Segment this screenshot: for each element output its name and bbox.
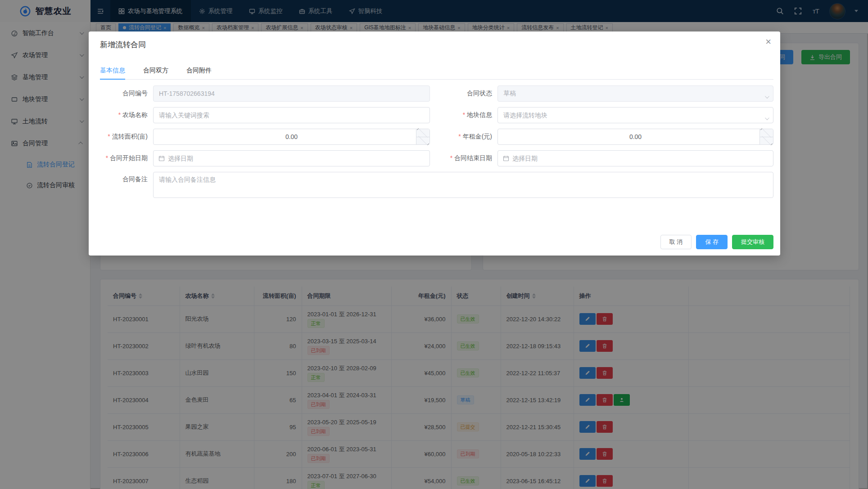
dialog-footer: 取 消 保 存 提交审核 (660, 235, 773, 249)
transfer-area-label: 流转面积(亩) (100, 133, 153, 141)
end-date-input[interactable] (509, 151, 773, 166)
tab-basic-info[interactable]: 基本信息 (100, 67, 125, 79)
farm-name-label: 农场名称 (100, 111, 153, 119)
transfer-area-stepper[interactable] (153, 129, 430, 145)
contract-no-input (154, 86, 429, 101)
annual-rent-input[interactable] (498, 129, 773, 144)
decrease-icon[interactable] (416, 137, 429, 145)
contract-form: 合同编号 合同状态 农场名称 地块信息 (100, 85, 773, 203)
farm-name-field[interactable] (153, 107, 430, 123)
chevron-down-icon (765, 92, 768, 100)
number-spinner (760, 129, 773, 144)
cancel-button[interactable]: 取 消 (660, 235, 692, 249)
contract-status-label: 合同状态 (430, 90, 497, 98)
contract-status-select (497, 85, 773, 102)
remark-label: 合同备注 (100, 172, 153, 184)
annual-rent-stepper[interactable] (497, 129, 773, 145)
decrease-icon[interactable] (760, 137, 773, 145)
contract-status-value (498, 86, 773, 101)
start-date-input[interactable] (165, 151, 429, 166)
dialog-title: 新增流转合同 (100, 40, 146, 50)
chevron-down-icon (765, 114, 768, 122)
contract-no-label: 合同编号 (100, 90, 153, 98)
calendar-icon (503, 155, 509, 162)
plot-info-select[interactable] (497, 107, 773, 123)
annual-rent-label: 年租金(元) (430, 133, 497, 141)
calendar-icon (158, 155, 165, 162)
end-date-label: 合同结束日期 (430, 154, 497, 162)
dialog-tabs: 基本信息 合同双方 合同附件 (100, 67, 773, 80)
close-icon[interactable]: × (765, 37, 771, 47)
app-window: 智慧农业 农场与基地管理系统 系统管理 系统监控 系统工具 (0, 0, 868, 489)
farm-name-input[interactable] (154, 108, 429, 123)
plot-info-value[interactable] (498, 108, 773, 123)
tab-contract-attachments[interactable]: 合同附件 (186, 67, 212, 79)
remark-textarea[interactable] (153, 172, 773, 198)
save-button[interactable]: 保 存 (696, 235, 728, 249)
plot-info-label: 地块信息 (430, 111, 497, 119)
submit-review-button[interactable]: 提交审核 (732, 235, 773, 249)
start-date-picker[interactable] (153, 150, 430, 166)
contract-no-field (153, 85, 430, 102)
transfer-area-input[interactable] (154, 129, 429, 144)
number-spinner (416, 129, 429, 144)
tab-contract-parties[interactable]: 合同双方 (143, 67, 168, 79)
new-contract-dialog: 新增流转合同 × 基本信息 合同双方 合同附件 合同编号 合同状态 (89, 31, 780, 256)
start-date-label: 合同开始日期 (100, 154, 153, 162)
end-date-picker[interactable] (497, 150, 773, 166)
